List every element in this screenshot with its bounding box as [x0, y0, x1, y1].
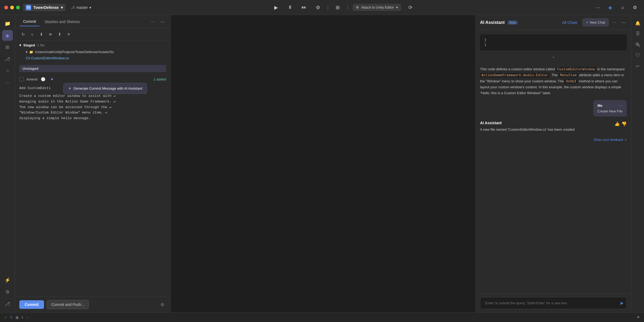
commit-and-push-button[interactable]: Commit and Push... — [47, 300, 89, 309]
branch-name: master — [76, 5, 88, 10]
panel-menu-button[interactable]: ⋯ — [149, 18, 156, 25]
ai-tooltip-popup[interactable]: ✦ Generate Commit Message with AI Assist… — [63, 83, 147, 94]
sidebar-item-git-bottom[interactable]: ⎇ — [2, 298, 13, 309]
panel-tabs: Commit Stashes and Shelves ⋯ — — [15, 15, 170, 28]
ai-description-block: This code defines a custom editor window… — [480, 66, 627, 96]
amend-label: Amend — [26, 77, 37, 81]
sidebar-item-git[interactable]: ◈ — [2, 30, 13, 41]
staged-count: 1 file — [37, 43, 44, 47]
commit-toolbar: ↻ + ⬇ 👁 ⬆ ✕ — [15, 28, 170, 41]
status-check[interactable]: ✓ — [4, 316, 7, 319]
project-name: TowerDefense — [33, 5, 59, 10]
ai-response-text: A new file named 'CustomEditorWindow.cs'… — [480, 127, 627, 132]
commit-subject-row: ✦ Generate Commit Message with AI Assist… — [19, 85, 166, 91]
ai-beta-badge: Beta — [507, 20, 518, 25]
amend-history-button[interactable]: 🕐 — [40, 76, 46, 82]
run-config-button[interactable]: ⚙ — [313, 3, 323, 12]
sidebar-item-terminal[interactable]: ⚡ — [2, 275, 13, 286]
add-tool-button[interactable]: + — [28, 31, 36, 38]
sidebar-item-branch[interactable]: ⎇ — [2, 54, 13, 64]
step-button[interactable]: ⏭ — [299, 3, 309, 12]
status-bars[interactable]: ▦ — [16, 316, 19, 319]
code-classname: CustomEditorWindow — [556, 67, 596, 72]
staged-section: ▾ Staged 1 file ▾ 📁 /Users/matt/UnityPro… — [15, 41, 170, 64]
ai-response-header: AI Assistant 👍 👎 — [480, 121, 627, 127]
status-wave[interactable]: ~ — [26, 316, 28, 319]
status-info[interactable]: ℹ — [22, 316, 23, 319]
close-button[interactable] — [4, 6, 8, 9]
upload-tool-button[interactable]: ⬆ — [56, 31, 63, 38]
refresh-tool-button[interactable]: ↻ — [19, 31, 27, 38]
minimize-button[interactable] — [10, 6, 14, 9]
ai-input-field[interactable] — [480, 297, 627, 309]
staged-file-path[interactable]: ▾ 📁 /Users/matt/UnityProjects/TowerDefen… — [19, 49, 166, 55]
feedback-row: Share your feedback ↗ — [480, 137, 627, 143]
amend-checkbox[interactable] — [19, 77, 24, 81]
commit-settings-button[interactable]: ⚙ — [159, 301, 166, 308]
sidebar-item-more[interactable]: ⋯ — [2, 77, 13, 88]
right-icon-history[interactable]: ↩ — [633, 61, 643, 71]
sidebar-item-bookmark[interactable]: ☆ — [2, 65, 13, 76]
unstaged-section: Unstaged — [15, 64, 170, 73]
ai-header-minimize-icon[interactable]: — — [620, 19, 627, 26]
layout-button[interactable]: ⊞ — [333, 3, 343, 12]
tooltip-text: Generate Commit Message with AI Assistan… — [74, 86, 142, 90]
search-button[interactable]: ⌕ — [618, 3, 627, 12]
titlebar-right: ⋯ ◈ ⌕ ⚙ — [593, 3, 640, 12]
ai-title: AI Assistant — [480, 20, 505, 25]
titlebar: TD TowerDefense ▾ ⎇ master ▾ ▶ ⏸ ⏭ ⚙ | ⊞… — [0, 0, 644, 15]
right-icon-shield[interactable]: 🛡 — [633, 50, 643, 60]
thumbs-down-button[interactable]: 👎 — [621, 121, 627, 126]
status-flag[interactable]: ⚑ — [637, 316, 640, 319]
code-line-1: } — [484, 38, 623, 42]
right-icon-database[interactable]: 🗄 — [633, 29, 643, 39]
more-actions-button[interactable]: ⋯ — [593, 3, 603, 12]
ai-messages: } } ⌃ This code defines a custom editor … — [476, 30, 631, 294]
staged-label: Staged — [23, 43, 35, 47]
user-message: Me ⋯ Create New File — [480, 100, 627, 116]
added-count: 1 added — [153, 77, 166, 81]
commit-button[interactable]: Commit — [19, 300, 44, 309]
panel-minimize-button[interactable]: — — [159, 18, 166, 25]
run-button[interactable]: ▶ — [271, 3, 281, 12]
tab-stashes[interactable]: Stashes and Shelves — [41, 17, 84, 26]
sidebar-item-structure[interactable]: ⊞ — [2, 42, 13, 53]
right-icon-bar: 🔔 🗄 🔌 🛡 ↩ — [631, 15, 644, 312]
tab-commit[interactable]: Commit — [19, 17, 40, 26]
staged-header[interactable]: ▾ Staged 1 file — [19, 43, 166, 47]
user-more-button[interactable]: ⋯ — [619, 103, 623, 108]
settings-button[interactable]: ⚙ — [630, 3, 640, 12]
commit-body-textarea[interactable]: Create a custom editor window to assist … — [19, 91, 166, 297]
ai-send-button[interactable]: ➤ — [620, 300, 624, 306]
feedback-link[interactable]: Share your feedback ↗ — [594, 138, 627, 142]
all-chats-button[interactable]: All Chats — [559, 19, 580, 26]
unstaged-label: Unstaged — [19, 65, 166, 72]
ai-sparkle-button[interactable]: ✦ — [49, 76, 55, 82]
right-icon-notification[interactable]: 🔔 — [633, 18, 643, 28]
app-icon-button[interactable]: ◈ — [605, 3, 615, 12]
path-chevron: ▾ — [26, 50, 28, 54]
status-version[interactable]: V — [10, 316, 12, 319]
cs-file-item[interactable]: C# CustomEditorWindow.cs — [19, 55, 166, 61]
eye-tool-button[interactable]: 👁 — [47, 31, 54, 38]
commit-subject-input[interactable] — [19, 86, 62, 90]
commit-panel: Commit Stashes and Shelves ⋯ — ↻ + ⬇ 👁 ⬆… — [15, 15, 171, 312]
close-tool-button[interactable]: ✕ — [65, 31, 72, 38]
ai-input-area: ➤ — [476, 294, 631, 312]
status-bar: ✓ V ▦ ℹ ~ ⚑ — [0, 312, 644, 322]
attach-to-unity-button[interactable]: ⚙ Attach to Unity Editor ▾ — [353, 4, 401, 11]
pause-button[interactable]: ⏸ — [285, 3, 295, 12]
cs-file-label: C# CustomEditorWindow.cs — [26, 56, 69, 60]
maximize-button[interactable] — [16, 6, 20, 9]
download-tool-button[interactable]: ⬇ — [38, 31, 45, 38]
sidebar-item-config[interactable]: ⚙ — [2, 287, 13, 297]
refresh-unity-button[interactable]: ⟳ — [405, 3, 415, 12]
thumbs-up-button[interactable]: 👍 — [614, 121, 620, 126]
new-chat-button[interactable]: + New Chat — [583, 19, 609, 26]
ai-header-more-icon[interactable]: ⋯ — [611, 19, 618, 26]
right-icon-plugin[interactable]: 🔌 — [633, 40, 643, 49]
branch-badge[interactable]: ⎇ master ▾ — [69, 4, 94, 11]
collapse-button[interactable]: ⌃ — [552, 56, 555, 61]
sidebar-item-folder[interactable]: 📁 — [2, 18, 13, 29]
project-badge[interactable]: TD TowerDefense ▾ — [23, 4, 65, 11]
